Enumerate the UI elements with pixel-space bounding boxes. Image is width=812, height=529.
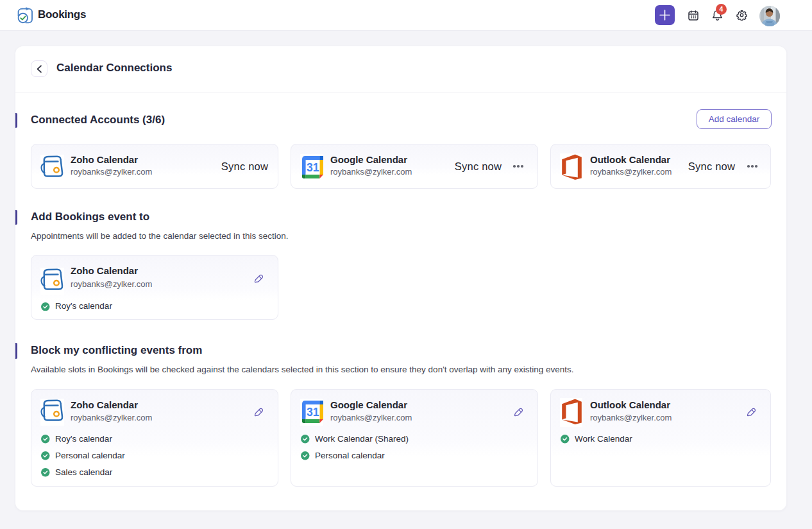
svg-text:31: 31: [307, 161, 319, 175]
svg-text:31: 31: [307, 406, 319, 419]
